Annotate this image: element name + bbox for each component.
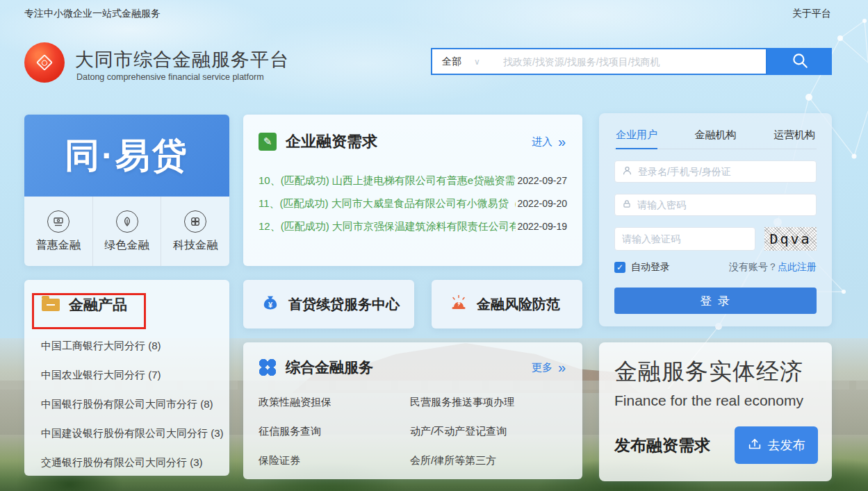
alarm-icon (450, 294, 468, 314)
user-icon (622, 165, 632, 178)
need-text: 12、(匹配成功) 大同市京强保温建筑涂料有限责任公司有... (259, 220, 516, 233)
tab-enterprise-user[interactable]: 企业用户 (616, 128, 657, 149)
risk-prevention-title: 金融风险防范 (477, 295, 560, 314)
green-finance-icon (116, 210, 138, 233)
service-link[interactable]: 会所/律所等第三方 (410, 454, 568, 467)
search-category-select[interactable]: 全部 ∨ (432, 56, 492, 68)
financing-needs-card: ✎ 企业融资需求 进入 » 10、(匹配成功) 山西上捷电梯有限公司有普惠e贷融… (243, 115, 582, 266)
username-field-wrap (614, 160, 817, 183)
need-date: 2022-09-27 (517, 175, 567, 186)
search-icon (791, 51, 809, 72)
password-input[interactable] (637, 199, 809, 210)
search-input[interactable] (492, 56, 766, 67)
inclusive-finance-item[interactable]: 普惠金融 (24, 197, 92, 266)
financing-needs-list: 10、(匹配成功) 山西上捷电梯有限公司有普惠e贷融资需... 2022-09-… (243, 173, 582, 234)
list-item[interactable]: 中国工商银行大同分行 (8) (41, 340, 229, 353)
captcha-row: Dqva (614, 227, 817, 251)
services-grid: 政策性融资担保 民营服务推送事项办理 征信服务查询 动产/不动产登记查询 保险证… (259, 396, 568, 467)
financial-products-title: 金融产品 (69, 295, 127, 315)
more-link[interactable]: 更多 » (532, 360, 566, 374)
search-button[interactable] (767, 48, 832, 75)
no-account-text: 没有账号？ (729, 261, 778, 274)
comprehensive-services-header: 综合金融服务 更多 » (259, 358, 566, 377)
register-link[interactable]: 点此注册 (778, 261, 817, 274)
login-tabs: 企业用户 金融机构 运营机构 (614, 128, 817, 149)
auto-login-checkbox[interactable]: ✓ (614, 262, 625, 273)
list-item[interactable]: 中国银行股份有限公司大同市分行 (8) (41, 398, 229, 411)
service-link[interactable]: 动产/不动产登记查询 (410, 425, 568, 438)
real-economy-title: 金融服务实体经济 (614, 356, 818, 388)
inclusive-finance-icon (47, 210, 69, 233)
comprehensive-services-title: 综合金融服务 (286, 358, 373, 377)
enter-link[interactable]: 进入 » (532, 135, 566, 149)
financial-products-card: 金融产品 中国工商银行大同分行 (8) 中国农业银行大同分行 (7) 中国银行股… (24, 280, 229, 476)
tech-finance-icon (184, 210, 206, 233)
green-finance-item[interactable]: 绿色金融 (92, 197, 161, 266)
money-bag-icon: ¥ (261, 294, 279, 315)
about-platform-link[interactable]: 关于平台 (792, 8, 831, 20)
lock-icon (622, 199, 632, 212)
list-item[interactable]: 交通银行股份有限公司大同分行 (3) (41, 456, 229, 469)
captcha-field-wrap (614, 227, 755, 251)
go-publish-label: 去发布 (768, 437, 805, 453)
financial-products-header[interactable]: 金融产品 (42, 295, 229, 315)
bank-list: 中国工商银行大同分行 (8) 中国农业银行大同分行 (7) 中国银行股份有限公司… (41, 340, 229, 469)
tech-finance-item[interactable]: 科技金融 (161, 197, 229, 266)
need-date: 2022-09-20 (517, 198, 567, 209)
first-loan-center-card[interactable]: ¥ 首贷续贷服务中心 (243, 280, 414, 328)
captcha-input[interactable] (622, 233, 748, 244)
platform-title: 大同市综合金融服务平台 (75, 47, 289, 72)
tongyidai-card: 同·易贷 普惠金融 绿色金融 科技金融 (24, 115, 229, 266)
publish-needs-label: 发布融资需求 (614, 435, 710, 456)
list-item[interactable]: 中国建设银行股份有限公司大同分行 (3) (41, 427, 229, 440)
username-input[interactable] (638, 166, 809, 177)
service-link[interactable]: 民营服务推送事项办理 (410, 396, 568, 409)
list-item[interactable]: 12、(匹配成功) 大同市京强保温建筑涂料有限责任公司有... 2022-09-… (259, 219, 567, 234)
folder-icon (42, 299, 60, 311)
finance-category-label: 科技金融 (173, 238, 218, 253)
cta-row: 发布融资需求 去发布 (614, 426, 818, 464)
comprehensive-services-card: 综合金融服务 更多 » 政策性融资担保 民营服务推送事项办理 征信服务查询 动产… (243, 342, 582, 479)
risk-prevention-card[interactable]: 金融风险防范 (432, 280, 582, 328)
real-economy-subtitle: Finance for the real economy (614, 392, 818, 409)
tongyidai-banner[interactable]: 同·易贷 (24, 115, 229, 197)
need-text: 10、(匹配成功) 山西上捷电梯有限公司有普惠e贷融资需... (259, 174, 516, 188)
finance-categories: 普惠金融 绿色金融 科技金融 (24, 197, 229, 266)
clover-dots-icon (259, 358, 277, 376)
first-loan-center-title: 首贷续贷服务中心 (288, 295, 400, 314)
platform-logo (24, 42, 65, 83)
tab-operating-institution[interactable]: 运营机构 (773, 128, 815, 149)
list-item[interactable]: 10、(匹配成功) 山西上捷电梯有限公司有普惠e贷融资需... 2022-09-… (259, 173, 567, 188)
search-box: 全部 ∨ (431, 48, 767, 75)
coin-glyph (36, 54, 53, 71)
service-link[interactable]: 征信服务查询 (259, 425, 410, 438)
double-chevron-icon: » (558, 135, 566, 149)
tab-financial-institution[interactable]: 金融机构 (695, 128, 737, 149)
go-publish-button[interactable]: 去发布 (735, 426, 818, 464)
search-category-value: 全部 (442, 56, 461, 68)
upload-icon (748, 438, 762, 453)
service-link[interactable]: 政策性融资担保 (259, 396, 410, 409)
auto-login-row: ✓ 自动登录 没有账号？ 点此注册 (614, 261, 817, 274)
platform-subtitle: Datong comprehensive financial service p… (76, 72, 264, 82)
need-text: 11、(匹配成功) 大同市大威皇食品有限公司有小微易贷（... (259, 197, 516, 210)
service-link[interactable]: 保险证券 (259, 454, 410, 467)
login-button[interactable]: 登 录 (614, 288, 817, 314)
captcha-image[interactable]: Dqva (764, 227, 817, 251)
finance-category-label: 普惠金融 (36, 238, 81, 253)
double-chevron-icon: » (558, 360, 566, 374)
more-label: 更多 (532, 361, 552, 374)
list-item[interactable]: 中国农业银行大同分行 (7) (41, 369, 229, 382)
svg-text:¥: ¥ (268, 301, 273, 309)
financing-needs-title: 企业融资需求 (286, 131, 377, 152)
search-bar: 全部 ∨ (431, 48, 832, 75)
finance-category-label: 绿色金融 (105, 238, 149, 253)
document-pen-icon: ✎ (259, 133, 277, 151)
real-economy-card: 金融服务实体经济 Finance for the real economy 发布… (599, 342, 832, 481)
financing-needs-header: ✎ 企业融资需求 进入 » (243, 115, 582, 152)
password-field-wrap (614, 194, 817, 216)
login-panel: 企业用户 金融机构 运营机构 Dqva ✓ 自动登录 没有账号？ 点此 (599, 113, 832, 326)
auto-login-label: 自动登录 (631, 261, 670, 274)
enter-label: 进入 (532, 135, 552, 149)
list-item[interactable]: 11、(匹配成功) 大同市大威皇食品有限公司有小微易贷（... 2022-09-… (259, 196, 567, 211)
